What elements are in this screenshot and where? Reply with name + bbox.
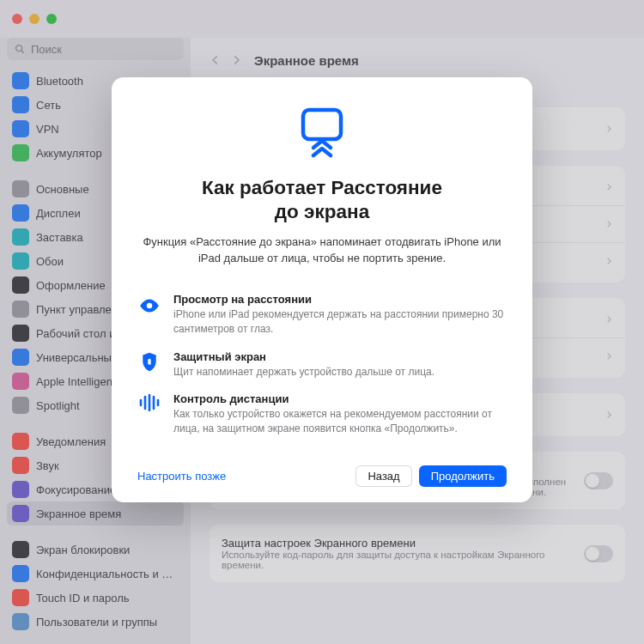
feature-title: Контроль дистанции [173,392,507,405]
waveform-icon [137,394,161,436]
feature-desc: Как только устройство окажется на рекоме… [173,407,507,436]
feature-desc: iPhone или iPad рекомендуется держать на… [173,307,507,337]
svg-point-6 [147,303,153,309]
setup-later-link[interactable]: Настроить позже [137,470,226,483]
feature-distance-control: Контроль дистанции Как только устройство… [137,386,507,443]
feature-title: Защитный экран [173,350,434,363]
feature-desc: Щит напоминает держать устройство дальше… [173,365,434,380]
back-button[interactable]: Назад [355,465,411,487]
modal-title: Как работает Расстояние до экрана [202,176,442,224]
modal-scrim: Как работает Расстояние до экрана Функци… [0,0,644,644]
svg-rect-8 [148,361,150,364]
feature-shield: Защитный экран Щит напоминает держать ус… [137,343,507,386]
svg-rect-5 [303,110,341,139]
feature-title: Просмотр на расстоянии [173,293,507,306]
eye-icon [137,295,161,337]
modal-lead: Функция «Расстояние до экрана» напоминае… [142,234,502,267]
shield-icon [137,352,161,380]
screen-distance-modal: Как работает Расстояние до экрана Функци… [112,77,532,502]
feature-view-distance: Просмотр на расстоянии iPhone или iPad р… [137,286,507,343]
screen-distance-icon [295,106,349,161]
continue-button[interactable]: Продолжить [419,465,507,487]
